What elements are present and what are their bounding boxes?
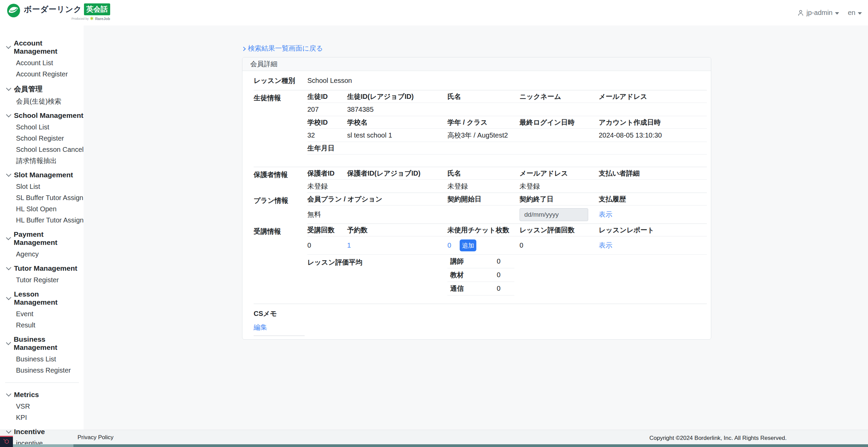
laravel-icon [2, 438, 11, 446]
sidebar-item-vsr[interactable]: VSR [0, 401, 84, 412]
column-header: 生徒ID(レアジョブID) [347, 92, 447, 101]
add-ticket-button[interactable]: 追加 [460, 239, 476, 251]
debug-toolbar-segment[interactable] [13, 444, 73, 447]
column-header: 契約終了日 [520, 195, 599, 204]
rating-row-item: 通信0 [447, 282, 514, 296]
sidebar-item-account-register[interactable]: Account Register [0, 69, 84, 79]
cell-value: sl test school 1 [347, 131, 447, 139]
table-row: 無料表示 [307, 205, 707, 224]
column-header: メールアドレス [599, 92, 707, 101]
sidebar-item-item[interactable]: 会員(生徒)検索 [0, 96, 84, 107]
chevron-down-icon [6, 340, 11, 345]
panel-title: 会員詳細 [242, 57, 711, 71]
sidebar-item-slot-list[interactable]: Slot List [0, 181, 84, 192]
caret-down-icon [835, 12, 839, 15]
sidebar-divider [5, 382, 79, 383]
debug-toolbar[interactable] [13, 444, 868, 447]
sidebar-item-school-register[interactable]: School Register [0, 133, 84, 144]
column-header: 受講回数 [307, 226, 347, 235]
unused-ticket-count-link[interactable]: 0 [447, 242, 451, 249]
sidebar-section-account-management[interactable]: Account Management [0, 37, 84, 57]
sidebar-item-hl-buffer-tutor-assign[interactable]: HL Buffer Tutor Assign [0, 215, 84, 226]
sidebar-item-account-list[interactable]: Account List [0, 57, 84, 68]
cell-value: 高校3年 / Aug5test2 [447, 131, 520, 140]
cell-value: 207 [307, 106, 347, 113]
rating-key: 教材 [450, 270, 497, 280]
brand-suffix-badge: 英会話 [84, 3, 110, 15]
sidebar-item-agency[interactable]: Agency [0, 249, 84, 260]
sidebar-section-lesson-management[interactable]: Lesson Management [0, 288, 84, 308]
column-header: 生年月日 [307, 144, 347, 153]
column-header: レッスンレポート [599, 226, 707, 235]
column-header: 未使用チケット枚数 [447, 226, 520, 235]
main-content: 検索結果一覧画面に戻る 会員詳細 レッスン種別 School Lesson 生徒… [84, 25, 868, 430]
section-label: 受講情報 [254, 224, 307, 304]
cell-value: 32 [307, 131, 347, 139]
cell-value: 2024-08-05 13:10:30 [599, 131, 707, 139]
table-header-row: 保護者ID保護者ID(レアジョブID)氏名メールアドレス支払い者詳細 [307, 167, 707, 180]
language-menu[interactable]: en [848, 9, 862, 17]
column-header: 学校ID [307, 118, 347, 127]
sidebar-item-kpi[interactable]: KPI [0, 412, 84, 423]
column-header: レッスン評価回数 [520, 226, 599, 235]
cell-value: 0 [307, 242, 347, 249]
cs-memo-edit-link[interactable]: 編集 [254, 323, 267, 332]
section-label: プラン情報 [254, 193, 307, 224]
cell-value: 3874385 [347, 106, 447, 113]
laravel-debugbar-toggle[interactable] [0, 436, 13, 447]
user-menu-label: jp-admin [806, 9, 833, 17]
produced-by-label: Produced by [71, 17, 89, 20]
sidebar-item-tutor-register[interactable]: Tutor Register [0, 274, 84, 285]
rating-value: 0 [497, 257, 514, 265]
sidebar-item-hl-slot-open[interactable]: HL Slot Open [0, 203, 84, 214]
sidebar-section-title-label: Tutor Management [14, 264, 77, 272]
sidebar-section-business-management[interactable]: Business Management [0, 334, 84, 353]
sidebar-section-slot-management[interactable]: Slot Management [0, 169, 84, 181]
cs-memo-label: CSメモ [254, 309, 707, 318]
detail-section-3: 受講情報受講回数予約数未使用チケット枚数レッスン評価回数レッスンレポート010追… [254, 224, 707, 304]
cell-value: 未登録 [307, 182, 347, 191]
column-header: アカウント作成日時 [599, 118, 707, 127]
sidebar-item-school-list[interactable]: School List [0, 122, 84, 132]
sidebar-item-business-register[interactable]: Business Register [0, 365, 84, 376]
caret-down-icon [858, 12, 862, 15]
chevron-down-icon [6, 112, 12, 117]
sidebar-section-title-label: Account Management [14, 39, 84, 55]
column-header: 保護者ID [307, 169, 347, 178]
sidebar-item-business-list[interactable]: Business List [0, 354, 84, 364]
column-header: 契約開始日 [447, 195, 520, 204]
rarejob-label: RareJob [95, 17, 110, 21]
cell-value: 無料 [307, 210, 347, 219]
sidebar-item-item[interactable]: 請求情報抽出 [0, 155, 84, 166]
table-row: 010追加0表示 [307, 236, 707, 255]
back-to-search-results-link[interactable]: 検索結果一覧画面に戻る [242, 44, 323, 53]
rating-row-item: 教材0 [447, 268, 514, 282]
lesson-report-show-link[interactable]: 表示 [599, 241, 707, 250]
chevron-down-icon [6, 85, 12, 91]
sidebar-section-metrics[interactable]: Metrics [0, 389, 84, 400]
rating-table: 講師0教材0通信0 [447, 255, 514, 296]
user-menu[interactable]: jp-admin [797, 9, 839, 17]
sidebar-item-result[interactable]: Result [0, 320, 84, 330]
sidebar-item-school-lesson-cancel[interactable]: School Lesson Cancel [0, 144, 84, 155]
sidebar-section-item[interactable]: 会員管理 [0, 83, 84, 95]
table-header-row: 生年月日 [307, 142, 707, 155]
table-row: 2073874385 [307, 103, 707, 116]
table-header-row: 会員プラン / オプション契約開始日契約終了日支払履歴 [307, 193, 707, 205]
brand-logo[interactable]: ボーダーリンク 英会話 Produced by ✱ RareJob [7, 3, 110, 21]
column-header: 学年 / クラス [447, 118, 520, 127]
column-header: 氏名 [447, 169, 520, 178]
payment-history-show-link[interactable]: 表示 [599, 210, 707, 219]
sidebar: Account ManagementAccount ListAccount Re… [0, 25, 84, 430]
reservation-count-link[interactable]: 1 [347, 242, 447, 249]
sidebar-section-tutor-management[interactable]: Tutor Management [0, 263, 84, 274]
member-detail-panel: 会員詳細 レッスン種別 School Lesson 生徒情報生徒ID生徒ID(レ… [242, 57, 711, 340]
sidebar-item-event[interactable]: Event [0, 308, 84, 319]
contract-end-date-input[interactable] [520, 208, 588, 221]
cell-value: 未登録 [520, 182, 599, 191]
section-table: 保護者ID保護者ID(レアジョブID)氏名メールアドレス支払い者詳細未登録未登録… [307, 167, 707, 193]
column-header: 氏名 [447, 92, 520, 101]
sidebar-section-payment-management[interactable]: Payment Management [0, 229, 84, 248]
sidebar-section-school-management[interactable]: School Management [0, 110, 84, 121]
sidebar-item-sl-buffer-tutor-assign[interactable]: SL Buffer Tutor Assign [0, 192, 84, 203]
